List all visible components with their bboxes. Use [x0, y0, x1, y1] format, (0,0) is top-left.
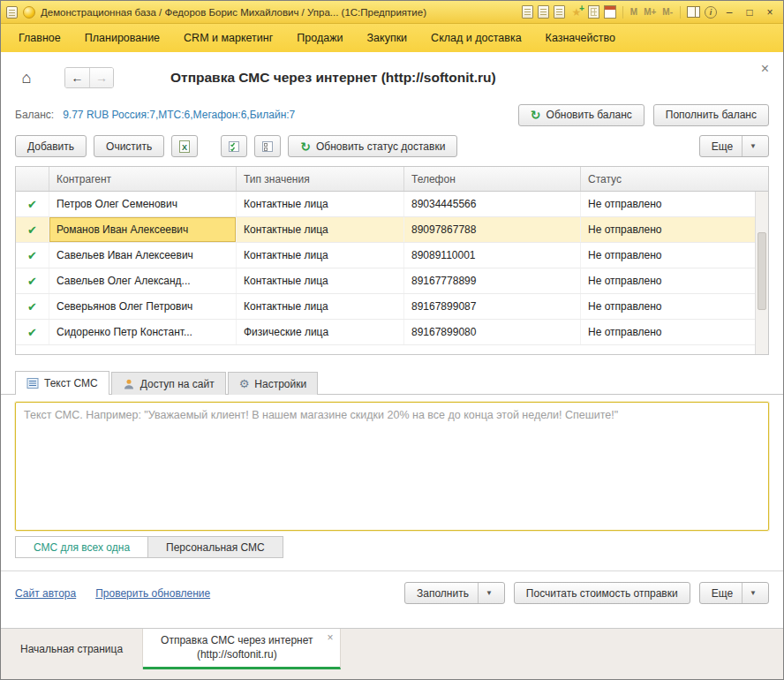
more-button-footer[interactable]: Еще ▼: [699, 582, 769, 604]
cell-status[interactable]: Не отправлено: [581, 320, 768, 344]
back-arrow-icon[interactable]: ←: [65, 68, 89, 87]
subtab-sms-for-all[interactable]: СМС для всех одна: [15, 536, 148, 558]
refresh-delivery-status-button[interactable]: ↻ Обновить статус доставки: [288, 135, 457, 157]
menu-item-purchases[interactable]: Закупки: [357, 25, 418, 51]
chevron-down-icon[interactable]: ▼: [478, 583, 493, 603]
menu-item-main[interactable]: Главное: [8, 25, 72, 51]
clear-button[interactable]: Очистить: [94, 135, 164, 157]
save-icon[interactable]: [522, 5, 533, 19]
menu-item-crm-marketing[interactable]: CRM и маркетинг: [173, 25, 283, 51]
more-label: Еще: [712, 140, 733, 153]
calendar-icon[interactable]: [604, 5, 616, 19]
checkbox-checked-icon[interactable]: ✔: [27, 249, 37, 262]
cell-phone[interactable]: 89034445566: [404, 192, 581, 216]
cell-status[interactable]: Не отправлено: [581, 217, 768, 242]
table-scrollbar[interactable]: [755, 192, 768, 354]
cell-phone[interactable]: 89089110001: [404, 243, 581, 268]
header-type[interactable]: Тип значения: [237, 167, 404, 191]
cell-status[interactable]: Не отправлено: [581, 192, 768, 216]
cell-status[interactable]: Не отправлено: [581, 268, 768, 293]
cell-contact[interactable]: Савельев Иван Алексеевич: [49, 243, 237, 268]
close-form-icon[interactable]: ×: [761, 61, 769, 77]
header-contact[interactable]: Контрагент: [49, 167, 237, 191]
scrollbar-thumb[interactable]: [758, 232, 766, 310]
add-button[interactable]: Добавить: [15, 135, 87, 157]
table-row[interactable]: ✔ Савельев Олег Александ... Контактные л…: [16, 268, 768, 294]
calculate-cost-button[interactable]: Посчитать стоимость отправки: [514, 582, 690, 604]
check-update-link[interactable]: Проверить обновление: [95, 587, 210, 600]
menu-item-planning[interactable]: Планирование: [74, 25, 170, 51]
cell-contact[interactable]: Савельев Олег Александ...: [49, 268, 237, 293]
close-tab-icon[interactable]: ×: [327, 631, 333, 644]
close-window-button[interactable]: ×: [762, 5, 778, 19]
checkbox-checked-icon[interactable]: ✔: [27, 198, 37, 211]
uncheck-all-button[interactable]: [254, 135, 281, 157]
header-status[interactable]: Статус: [581, 167, 768, 191]
calculator-icon[interactable]: [588, 5, 599, 19]
checkbox-checked-icon[interactable]: ✔: [27, 223, 37, 237]
checkbox-checked-icon[interactable]: ✔: [27, 300, 37, 314]
checkbox-checked-icon[interactable]: ✔: [27, 326, 37, 339]
balance-value[interactable]: 9.77 RUB Россия:7,МТС:6,Мегафон:6,Билайн…: [63, 109, 295, 121]
sms-text-input[interactable]: [15, 402, 769, 531]
subtab-personal-sms[interactable]: Персональная СМС: [148, 536, 283, 558]
cell-contact-selected[interactable]: Романов Иван Алексеевич: [49, 217, 237, 242]
menu-item-sales[interactable]: Продажи: [286, 25, 353, 51]
memory-m-minus-button[interactable]: M-: [661, 7, 674, 17]
cell-phone[interactable]: 89097867788: [404, 217, 581, 242]
checkbox-checked-icon[interactable]: ✔: [27, 275, 37, 288]
cell-contact[interactable]: Северьянов Олег Петрович: [49, 294, 237, 319]
add-favorite-icon[interactable]: ★ +: [569, 5, 584, 19]
cell-phone[interactable]: 89167899087: [404, 294, 581, 319]
excel-import-button[interactable]: X: [171, 135, 198, 157]
cell-status[interactable]: Не отправлено: [581, 243, 768, 268]
table-row[interactable]: ✔ Петров Олег Семенович Контактные лица …: [16, 192, 768, 217]
topup-balance-button[interactable]: Пополнить баланс: [653, 104, 769, 126]
cell-type[interactable]: Контактные лица: [237, 294, 404, 319]
author-site-link[interactable]: Сайт автора: [15, 587, 76, 600]
split-window-icon[interactable]: [687, 6, 700, 18]
cell-type[interactable]: Контактные лица: [237, 192, 404, 216]
cell-type[interactable]: Физические лица: [237, 320, 404, 344]
table-row[interactable]: ✔ Сидоренко Петр Констант... Физические …: [16, 320, 768, 345]
cell-type[interactable]: Контактные лица: [237, 217, 404, 242]
menu-item-treasury[interactable]: Казначейство: [535, 25, 626, 51]
table-row-selected[interactable]: ✔ Романов Иван Алексеевич Контактные лиц…: [16, 217, 768, 243]
tab-start-page[interactable]: Начальная страница: [1, 629, 143, 669]
tab-settings[interactable]: ⚙ Настройки: [228, 372, 319, 395]
memory-m-plus-button[interactable]: M+: [643, 7, 657, 17]
tab-sms-text[interactable]: Текст СМС: [15, 371, 109, 395]
chevron-down-icon[interactable]: ▼: [742, 583, 757, 603]
separator: [622, 6, 623, 19]
cell-type[interactable]: Контактные лица: [237, 268, 404, 293]
print-icon[interactable]: [538, 5, 549, 19]
refresh-balance-button[interactable]: ↻ Обновить баланс: [518, 104, 645, 126]
tab-start-page-label: Начальная страница: [20, 643, 123, 655]
check-all-button[interactable]: [221, 135, 247, 157]
more-button-toolbar[interactable]: Еще ▼: [699, 135, 769, 157]
main-menu: Главное Планирование CRM и маркетинг Про…: [1, 24, 783, 52]
memory-m-button[interactable]: M: [629, 7, 638, 17]
nav-arrows: ← →: [64, 67, 114, 88]
maximize-button[interactable]: □: [742, 5, 758, 19]
minimize-button[interactable]: –: [721, 5, 737, 19]
print-preview-icon[interactable]: [554, 5, 565, 19]
refresh-icon: ↻: [531, 109, 541, 121]
cell-phone[interactable]: 89167778899: [404, 268, 581, 293]
cell-type[interactable]: Контактные лица: [237, 243, 404, 268]
cell-status[interactable]: Не отправлено: [581, 294, 768, 319]
table-row[interactable]: ✔ Савельев Иван Алексеевич Контактные ли…: [16, 243, 768, 268]
menu-item-warehouse-delivery[interactable]: Склад и доставка: [420, 25, 531, 51]
cell-phone[interactable]: 89167899080: [404, 320, 581, 344]
header-phone[interactable]: Телефон: [404, 167, 581, 191]
cell-contact[interactable]: Петров Олег Семенович: [49, 192, 237, 216]
home-icon[interactable]: ⌂: [15, 67, 38, 88]
info-icon[interactable]: i: [705, 6, 717, 19]
cell-contact[interactable]: Сидоренко Петр Констант...: [49, 320, 237, 344]
table-row[interactable]: ✔ Северьянов Олег Петрович Контактные ли…: [16, 294, 768, 320]
fill-button[interactable]: Заполнить ▼: [404, 582, 505, 604]
tab-site-access[interactable]: Доступ на сайт: [111, 372, 226, 395]
table-header: Контрагент Тип значения Телефон Статус: [16, 167, 768, 192]
chevron-down-icon[interactable]: ▼: [742, 136, 757, 156]
tab-sms-window[interactable]: Отправка СМС через интернет (http://soft…: [143, 629, 340, 669]
